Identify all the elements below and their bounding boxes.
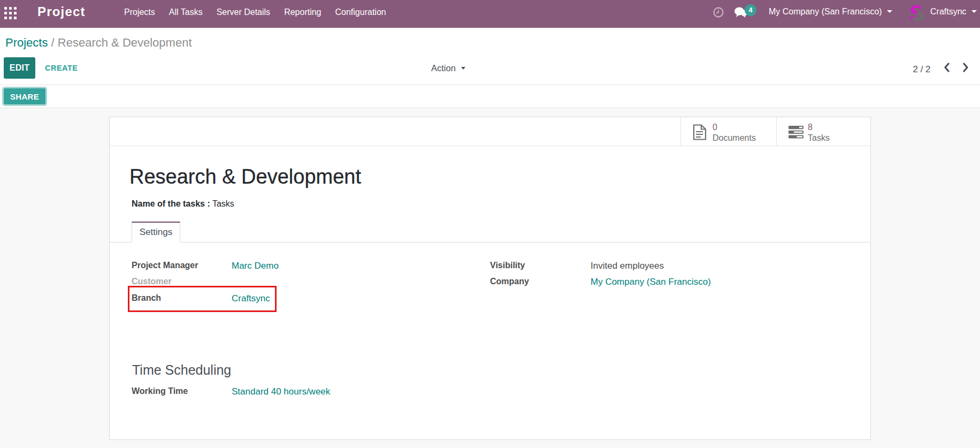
svg-text:S: S [909, 2, 925, 24]
